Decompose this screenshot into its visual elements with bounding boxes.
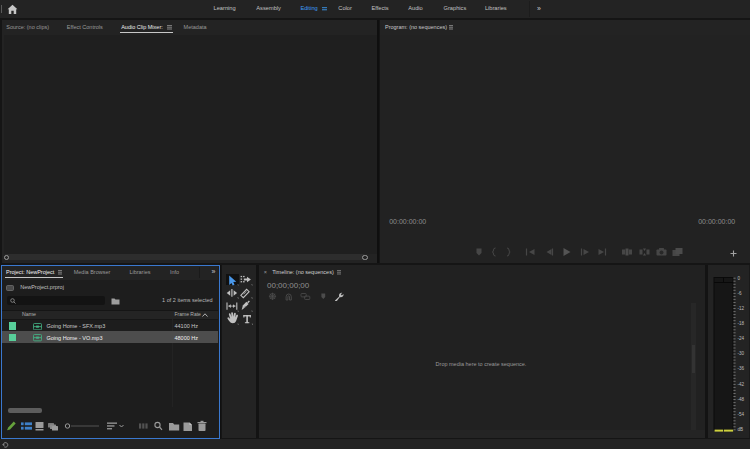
svg-text:-48: -48 [738,397,745,402]
svg-text:-42: -42 [738,382,745,387]
svg-text:-24: -24 [738,336,745,341]
svg-text:-12: -12 [738,306,745,311]
svg-text:0: 0 [738,276,741,281]
svg-text:-54: -54 [738,412,745,417]
svg-text:-18: -18 [738,321,745,326]
svg-text:dB: dB [738,427,744,432]
svg-text:-30: -30 [738,351,745,356]
svg-text:-6: -6 [738,291,743,296]
svg-text:-36: -36 [738,366,745,371]
